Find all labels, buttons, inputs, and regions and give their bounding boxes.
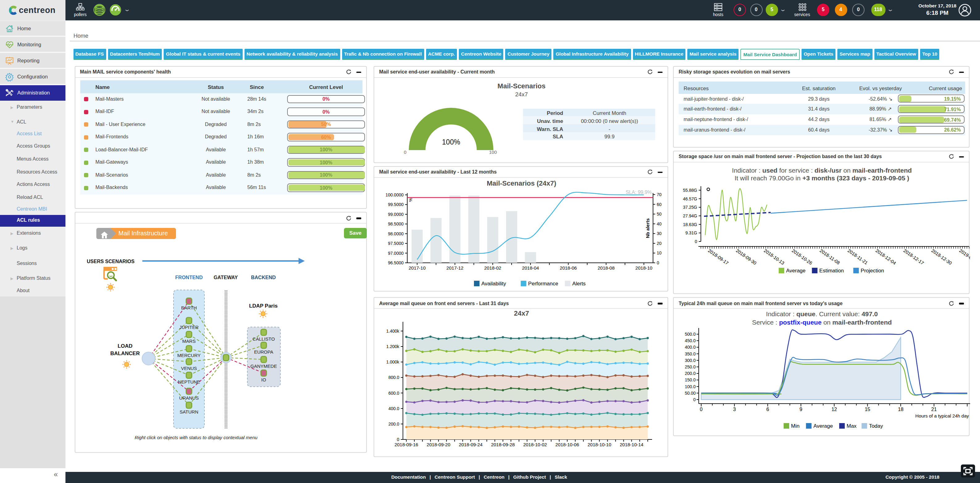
svg-text:27.94G: 27.94G <box>683 213 697 218</box>
svg-text:Indicator : queue. Current val: Indicator : queue. Current value: 497.0 <box>766 310 878 317</box>
svg-text:GANYMEDE: GANYMEDE <box>250 363 277 369</box>
svg-text:LOAD: LOAD <box>117 343 132 349</box>
svg-text:CALLISTO: CALLISTO <box>252 336 275 341</box>
svg-text:EUROPA: EUROPA <box>254 349 273 354</box>
svg-text:0: 0 <box>657 260 659 265</box>
svg-text:450.0: 450.0 <box>685 338 696 343</box>
svg-text:2017-10: 2017-10 <box>409 265 425 270</box>
svg-text:9: 9 <box>800 407 802 412</box>
svg-text:Alerts: Alerts <box>572 281 585 286</box>
svg-text:2018-10-13: 2018-10-13 <box>763 248 786 266</box>
svg-text:Min: Min <box>791 423 799 429</box>
svg-text:20: 20 <box>657 241 662 245</box>
svg-text:100.0: 100.0 <box>685 384 696 389</box>
svg-text:URANUS: URANUS <box>179 395 198 400</box>
svg-text:400.0: 400.0 <box>685 345 696 349</box>
svg-text:100.0000: 100.0000 <box>386 192 404 197</box>
svg-text:Max: Max <box>846 423 857 429</box>
svg-text:500.0: 500.0 <box>685 332 696 336</box>
svg-text:600.0: 600.0 <box>388 391 399 395</box>
svg-text:Mail-Scenarios (24x7): Mail-Scenarios (24x7) <box>487 179 556 187</box>
svg-text:50: 50 <box>657 211 662 216</box>
svg-text:2018-11-21: 2018-11-21 <box>846 248 869 265</box>
svg-text:96.5000: 96.5000 <box>388 260 404 265</box>
svg-text:24x7: 24x7 <box>514 309 529 317</box>
svg-text:IO: IO <box>261 377 266 382</box>
svg-text:Hours of a typical 24h day: Hours of a typical 24h day <box>915 413 969 418</box>
svg-text:2018-09-17: 2018-09-17 <box>707 248 730 266</box>
svg-text:0: 0 <box>693 397 696 402</box>
svg-text:9.31G: 9.31G <box>686 230 697 235</box>
svg-text:15: 15 <box>865 407 870 412</box>
svg-text:MERCURY: MERCURY <box>177 353 200 358</box>
svg-text:97.0000: 97.0000 <box>388 250 404 255</box>
svg-text:JUPITER: JUPITER <box>179 325 199 330</box>
svg-text:99.5000: 99.5000 <box>388 202 404 207</box>
svg-text:2018-10-10: 2018-10-10 <box>587 442 611 447</box>
svg-text:98.5000: 98.5000 <box>388 221 404 226</box>
svg-text:2018-08: 2018-08 <box>597 265 614 270</box>
svg-text:2018-09-24: 2018-09-24 <box>459 442 483 447</box>
svg-text:2018-09-28: 2018-09-28 <box>491 442 515 447</box>
svg-text:800.0: 800.0 <box>388 375 399 380</box>
svg-text:10: 10 <box>657 250 662 255</box>
svg-text:60: 60 <box>657 202 662 207</box>
svg-text:0: 0 <box>695 239 697 244</box>
svg-text:GATEWAY: GATEWAY <box>213 275 238 280</box>
svg-text:2018-10-02: 2018-10-02 <box>523 442 547 447</box>
svg-text:FRONTEND: FRONTEND <box>175 275 202 280</box>
svg-text:Right click on objects with st: Right click on objects with status to di… <box>134 435 257 440</box>
svg-text:18: 18 <box>898 407 904 412</box>
svg-text:97.5000: 97.5000 <box>388 241 404 245</box>
svg-text:2018-12-30: 2018-12-30 <box>930 248 953 266</box>
svg-text:Indicator : used for service :: Indicator : used for service : disk-/usr… <box>732 166 912 174</box>
svg-text:SATURN: SATURN <box>180 409 198 414</box>
svg-text:2019-01-12: 2019-01-12 <box>958 248 970 266</box>
svg-text:2017-12: 2017-12 <box>447 265 463 270</box>
svg-text:Projection: Projection <box>861 268 884 273</box>
svg-text:Availability: Availability <box>481 281 506 286</box>
svg-text:70: 70 <box>657 192 662 197</box>
svg-text:2018-12-04: 2018-12-04 <box>875 248 897 266</box>
svg-text:Nb alerts: Nb alerts <box>645 218 650 238</box>
svg-text:40: 40 <box>657 221 662 226</box>
svg-text:55.88G: 55.88G <box>683 188 697 192</box>
svg-text:2018-09-30: 2018-09-30 <box>735 248 758 266</box>
svg-text:Performance: Performance <box>528 281 558 286</box>
svg-text:MARS: MARS <box>182 338 195 344</box>
svg-text:12: 12 <box>832 407 837 412</box>
svg-text:3: 3 <box>733 407 736 412</box>
svg-text:30: 30 <box>657 231 662 236</box>
svg-text:SLA: 99.9%: SLA: 99.9% <box>626 189 652 194</box>
svg-text:Average: Average <box>786 268 805 273</box>
svg-text:37.25G: 37.25G <box>683 204 697 209</box>
svg-text:1.400k: 1.400k <box>386 328 399 333</box>
svg-text:0: 0 <box>397 437 399 442</box>
svg-text:300.0: 300.0 <box>685 358 696 363</box>
svg-text:USERS SCENARIOS: USERS SCENARIOS <box>86 259 134 264</box>
svg-text:Today: Today <box>869 423 883 429</box>
svg-text:BALANCER: BALANCER <box>110 351 139 356</box>
svg-text:LDAP Paris: LDAP Paris <box>249 303 277 309</box>
svg-text:Average: Average <box>813 423 833 429</box>
svg-text:400.0: 400.0 <box>388 406 399 411</box>
svg-text:2018-06: 2018-06 <box>560 265 577 270</box>
svg-text:250.0: 250.0 <box>685 364 696 369</box>
svg-text:1.000k: 1.000k <box>386 359 399 364</box>
svg-text:%: % <box>408 198 413 201</box>
svg-text:21: 21 <box>931 407 937 412</box>
svg-text:2018-10-14: 2018-10-14 <box>620 442 643 447</box>
svg-text:2018-10: 2018-10 <box>635 265 652 270</box>
svg-text:50.00: 50.00 <box>685 391 696 395</box>
svg-text:2018-09-20: 2018-09-20 <box>427 442 450 447</box>
svg-text:46.57G: 46.57G <box>683 196 697 201</box>
svg-text:150.0: 150.0 <box>685 378 696 382</box>
svg-text:2018-10-06: 2018-10-06 <box>555 442 579 447</box>
svg-text:2018-10-26: 2018-10-26 <box>791 248 813 266</box>
svg-text:98.0000: 98.0000 <box>388 231 404 236</box>
svg-text:It will reach 79.00Go in +3 mo: It will reach 79.00Go in +3 months (323 … <box>735 174 909 181</box>
svg-text:Estimation: Estimation <box>819 268 844 273</box>
svg-text:Service : postfix-queue on mai: Service : postfix-queue on mail-earth-fr… <box>752 319 892 326</box>
svg-text:EARTH: EARTH <box>181 305 197 310</box>
svg-text:2018-12-17: 2018-12-17 <box>902 248 925 266</box>
